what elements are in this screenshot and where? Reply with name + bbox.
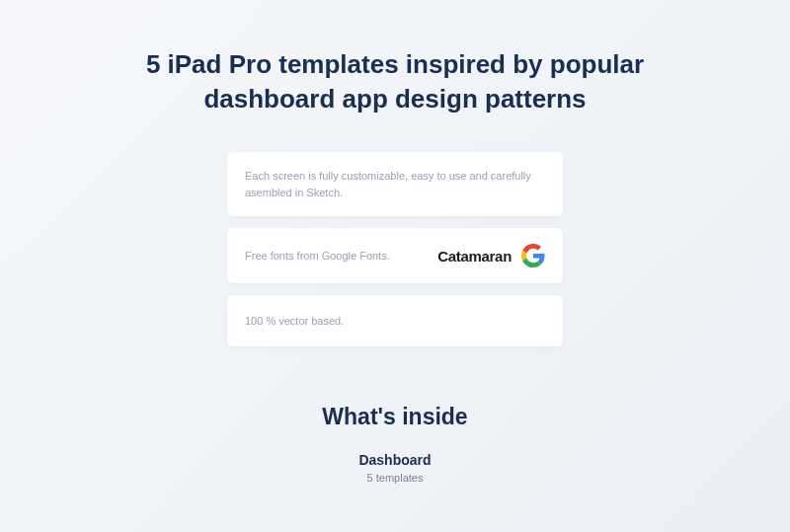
card-text: 100 % vector based. bbox=[245, 313, 344, 330]
font-name-label: Catamaran bbox=[437, 248, 512, 265]
feature-cards: Each screen is fully customizable, easy … bbox=[227, 152, 563, 346]
whats-inside-heading: What's inside bbox=[322, 404, 467, 430]
category-subtitle: 5 templates bbox=[358, 472, 431, 484]
card-text: Free fonts from Google Fonts. bbox=[245, 248, 390, 265]
font-info: Catamaran bbox=[437, 244, 545, 267]
feature-card-fonts: Free fonts from Google Fonts. Catamaran bbox=[227, 228, 563, 283]
category-title: Dashboard bbox=[358, 452, 431, 468]
card-text: Each screen is fully customizable, easy … bbox=[245, 168, 545, 200]
google-icon bbox=[521, 244, 545, 267]
main-heading: 5 iPad Pro templates inspired by popular… bbox=[118, 47, 672, 116]
feature-card-vector: 100 % vector based. bbox=[227, 295, 563, 346]
category-block: Dashboard 5 templates bbox=[358, 452, 431, 484]
feature-card-customizable: Each screen is fully customizable, easy … bbox=[227, 152, 563, 216]
